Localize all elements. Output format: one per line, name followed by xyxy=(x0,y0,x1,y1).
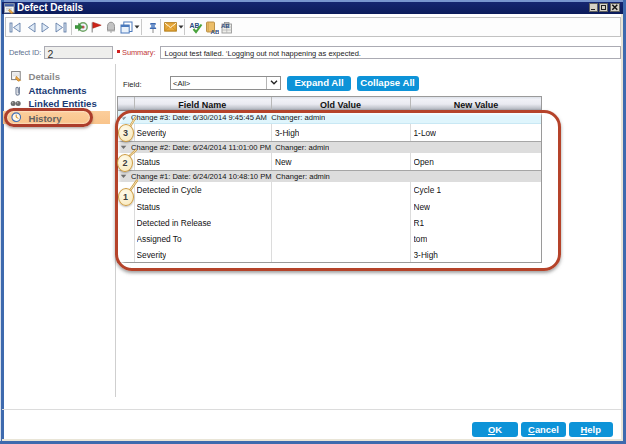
svg-text:AB: AB xyxy=(190,21,200,28)
svg-text:AB: AB xyxy=(221,22,230,28)
svg-text:AB: AB xyxy=(211,27,220,34)
